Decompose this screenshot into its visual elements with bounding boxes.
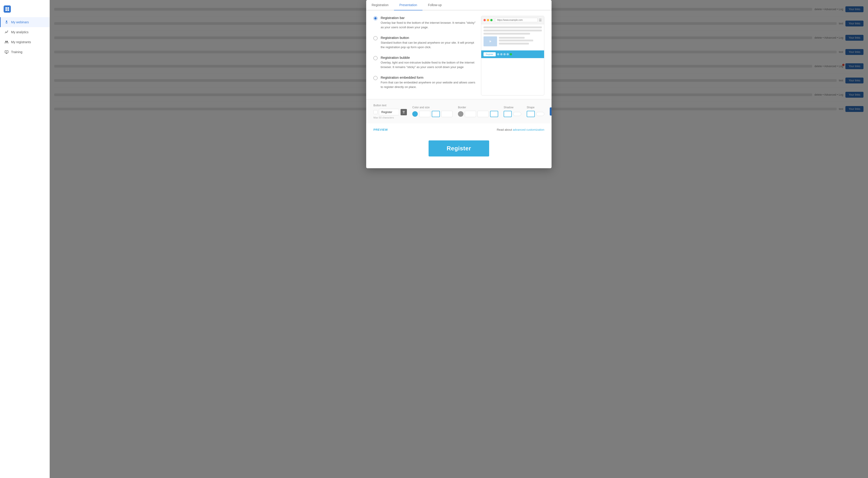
modal-body: Registration bar Overlay bar fixed to th…: [366, 10, 552, 168]
border-group: Border: [458, 106, 498, 117]
svg-rect-2: [5, 9, 7, 11]
browser-preview-content: [481, 24, 544, 51]
reg-option-button-desc: Standard button that can be placed anywh…: [381, 40, 475, 49]
color-size-outline-1[interactable]: [432, 111, 440, 117]
preview-link-text: Read about advanced customization: [497, 128, 544, 131]
tab-follow-up[interactable]: Follow-up: [423, 0, 447, 10]
reg-option-embedded-desc: Form that can be embedded anywhere on yo…: [381, 80, 475, 89]
app-logo-icon: [4, 5, 11, 13]
svg-point-10: [5, 41, 6, 42]
webinar-icon: [4, 20, 9, 24]
registration-options-section: Registration bar Overlay bar fixed to th…: [366, 10, 552, 99]
button-text-label: Button text: [373, 104, 407, 107]
svg-marker-16: [490, 40, 491, 42]
sidebar-item-my-registrants-label: My registrants: [11, 40, 31, 44]
preview-bar-dot-5: [510, 53, 512, 55]
sidebar-item-training[interactable]: Training: [0, 47, 50, 57]
sidebar-item-my-webinars-label: My webinars: [11, 20, 29, 24]
browser-dot-green: [490, 19, 493, 21]
shadow-group: Shadow: [504, 106, 521, 117]
shadow-toggle[interactable]: [513, 112, 521, 116]
svg-rect-1: [7, 7, 9, 9]
shape-group: Shape: [527, 106, 544, 117]
color-swatch-button[interactable]: [412, 111, 418, 117]
apply-button[interactable]: Apply: [550, 108, 552, 116]
button-customization-row: Button text: [373, 104, 544, 119]
modal-overlay[interactable]: Registration Presentation Follow-up: [50, 0, 868, 478]
shape-outline[interactable]: [527, 111, 535, 117]
shadow-outline[interactable]: [504, 111, 512, 117]
svg-rect-3: [7, 9, 9, 11]
sidebar: My webinars My analytics My registrants: [0, 0, 50, 478]
tab-presentation[interactable]: Presentation: [394, 0, 423, 10]
reg-option-embedded: Registration embedded form Form that can…: [373, 76, 475, 89]
preview-section: PREVIEW Read about advanced customizatio…: [366, 123, 552, 168]
preview-register-button[interactable]: Register: [429, 141, 489, 156]
tab-registration[interactable]: Registration: [366, 0, 394, 10]
main-content: delete • Advanced • Log Your links test …: [50, 0, 868, 478]
svg-marker-15: [6, 51, 7, 52]
browser-dot-yellow: [487, 19, 489, 21]
reg-option-bar-radio[interactable]: [373, 16, 377, 29]
color-size-label: Color and size: [412, 106, 453, 109]
advanced-customization-link[interactable]: advanced customization: [513, 128, 544, 131]
reg-option-button: Registration button Standard button that…: [373, 36, 475, 49]
reg-option-embedded-title: Registration embedded form: [381, 76, 475, 79]
preview-title: PREVIEW: [373, 128, 388, 131]
svg-rect-17: [403, 111, 405, 112]
border-input-2[interactable]: [477, 111, 489, 117]
reg-option-bubble-title: Registration bubble: [381, 56, 475, 59]
sidebar-item-my-analytics[interactable]: My analytics: [0, 27, 50, 37]
button-text-checkbox[interactable]: [373, 110, 377, 114]
preview-button-container: Register: [373, 136, 544, 161]
border-color-swatch[interactable]: [458, 111, 463, 117]
shape-label: Shape: [527, 106, 544, 109]
max-chars-label: Max 50 characters: [373, 116, 407, 119]
svg-point-8: [6, 32, 7, 33]
text-format-icon[interactable]: [401, 109, 407, 115]
reg-option-bubble-desc: Overlay, light and non-intrusive bubble …: [381, 60, 475, 69]
svg-rect-19: [403, 113, 405, 113]
preview-line-1: [484, 26, 542, 28]
sidebar-item-training-label: Training: [11, 50, 22, 54]
preview-header: PREVIEW Read about advanced customizatio…: [373, 128, 544, 131]
color-size-input-2[interactable]: [441, 111, 453, 117]
svg-rect-5: [5, 22, 8, 23]
shape-toggle[interactable]: [536, 112, 544, 116]
reg-option-bar-title: Registration bar: [381, 16, 475, 20]
svg-rect-6: [6, 23, 7, 24]
border-outline[interactable]: [490, 111, 498, 117]
border-label: Border: [458, 106, 498, 109]
preview-bar-dot-4: [506, 53, 509, 55]
registration-options-list: Registration bar Overlay bar fixed to th…: [373, 16, 475, 95]
browser-dot-red: [484, 19, 486, 21]
sidebar-item-my-registrants[interactable]: My registrants: [0, 37, 50, 47]
preview-line-2: [484, 30, 542, 31]
sidebar-item-my-analytics-label: My analytics: [11, 30, 29, 34]
registrants-icon: [4, 40, 9, 44]
reg-option-button-title: Registration button: [381, 36, 475, 39]
modal: Registration Presentation Follow-up: [366, 0, 552, 168]
browser-preview-box: https://www.example.com ☰: [481, 16, 544, 95]
svg-point-4: [6, 21, 7, 22]
reg-option-bubble-radio[interactable]: [373, 56, 377, 69]
color-size-input-1[interactable]: [419, 111, 430, 117]
svg-point-7: [6, 32, 6, 32]
browser-bar: https://www.example.com ☰: [481, 16, 544, 24]
preview-line-3: [484, 33, 530, 35]
preview-bar-dot-1: [497, 53, 499, 55]
sidebar-logo: [0, 4, 50, 17]
analytics-icon: [4, 30, 9, 34]
border-input-1[interactable]: [465, 111, 476, 117]
reg-option-button-radio[interactable]: [373, 36, 377, 49]
preview-bar-dot-3: [503, 53, 506, 55]
svg-rect-18: [403, 112, 404, 112]
reg-option-bubble: Registration bubble Overlay, light and n…: [373, 56, 475, 69]
training-icon: [4, 50, 9, 54]
sidebar-item-my-webinars[interactable]: My webinars: [0, 17, 50, 27]
svg-rect-0: [5, 7, 7, 9]
svg-point-9: [7, 31, 8, 31]
shadow-label: Shadow: [504, 106, 521, 109]
button-text-input[interactable]: [379, 109, 399, 115]
reg-option-embedded-radio[interactable]: [373, 76, 377, 89]
